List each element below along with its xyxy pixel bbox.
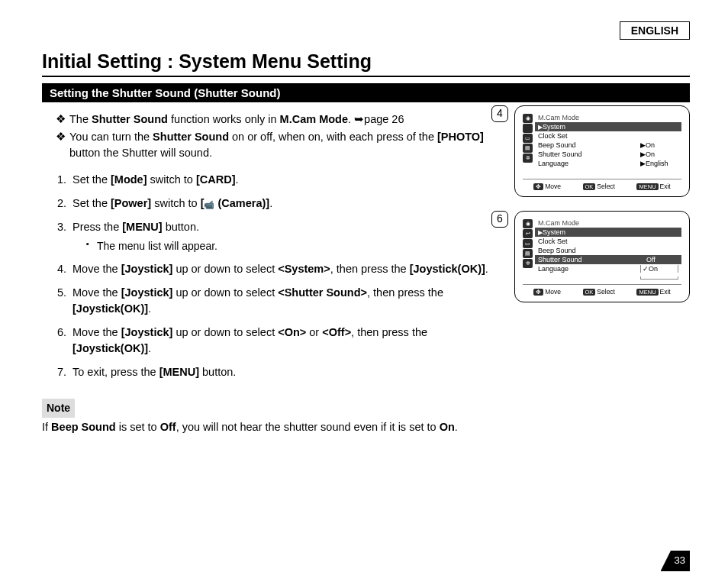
- screen-4-hint-bar: ✥Move OKSelect MENUExit: [523, 179, 681, 190]
- check-icon: ✓: [643, 265, 649, 273]
- section-heading: Setting the Shutter Sound (Shutter Sound…: [42, 83, 690, 102]
- screen-6-back-row: ▶System: [535, 228, 681, 237]
- step-3: Press the [MENU] button. The menu list w…: [69, 219, 505, 254]
- step-3-sub: The menu list will appear.: [86, 238, 505, 254]
- screen-4-row-clock: Clock Set: [535, 131, 681, 141]
- memory-icon: ▤: [523, 144, 533, 153]
- figure-4: 4 ◉ ▭ ▤ ✲ M.Cam Mode ▶System: [514, 105, 690, 197]
- note-label: Note: [42, 399, 75, 417]
- camera-mode-icon: ◉: [523, 219, 533, 228]
- camera-icon: 📹: [204, 200, 214, 209]
- screen-4-title: M.Cam Mode: [535, 114, 681, 122]
- screen-4-row-system: ▶System: [535, 122, 681, 131]
- body-text: The Shutter Sound function works only in…: [42, 110, 505, 435]
- figure-6: 6 ◉ ↩ ▭ ▤ ✲ M.Cam Mode ▶System: [514, 211, 690, 302]
- screen-6-row-clock: Clock Set: [535, 237, 681, 246]
- screen-6-title: M.Cam Mode: [535, 219, 681, 228]
- screen-4-row-language: Language▶English: [535, 159, 681, 168]
- screen-4-sidebar-icons: ◉ ▭ ▤ ✲: [523, 114, 535, 177]
- screen-6-row-shutter: Shutter SoundOff: [535, 255, 681, 264]
- screen-6-sidebar-icons: ◉ ↩ ▭ ▤ ✲: [523, 219, 535, 283]
- screen-6-row-beep: Beep Sound: [535, 246, 681, 255]
- menu-key-icon: MENU: [636, 183, 658, 190]
- ok-key-icon: OK: [583, 183, 596, 190]
- camera-mode-icon: ◉: [523, 114, 533, 123]
- tape-icon: ▭: [523, 134, 533, 143]
- back-icon: ↩: [523, 229, 533, 238]
- blank-icon: [523, 124, 533, 133]
- step-4: Move the [Joystick] up or down to select…: [69, 261, 505, 277]
- step-1: Set the [Mode] switch to [CARD].: [69, 172, 505, 188]
- steps-list: Set the [Mode] switch to [CARD]. Set the…: [42, 172, 505, 380]
- step-2: Set the [Power] switch to [📹 (Camera)].: [69, 196, 505, 212]
- note-text: If Beep Sound is set to Off, you will no…: [42, 419, 505, 435]
- intro-bullet-2: You can turn the Shutter Sound on or off…: [56, 129, 505, 161]
- ok-key-icon: OK: [583, 289, 596, 296]
- screen-4-row-shutter: Shutter Sound▶On: [535, 150, 681, 159]
- move-key-icon: ✥: [533, 183, 543, 190]
- figure-4-number: 4: [491, 105, 508, 122]
- screen-4-row-beep: Beep Sound▶On: [535, 141, 681, 150]
- step-7: To exit, press the [MENU] button.: [69, 364, 505, 380]
- figure-6-number: 6: [491, 211, 508, 228]
- settings-icon: ✲: [523, 259, 533, 268]
- move-key-icon: ✥: [533, 289, 543, 296]
- screen-4: ◉ ▭ ▤ ✲ M.Cam Mode ▶System Clock Set Bee…: [514, 105, 690, 197]
- page-number: 33: [661, 551, 690, 571]
- intro-bullet-1: The Shutter Sound function works only in…: [56, 112, 505, 128]
- page-title: Initial Setting : System Menu Setting: [42, 50, 690, 77]
- language-tag: ENGLISH: [620, 21, 690, 40]
- screen-6: ◉ ↩ ▭ ▤ ✲ M.Cam Mode ▶System Clock Set B…: [514, 211, 690, 302]
- screen-6-row-language: Language✓On: [535, 264, 681, 273]
- step-5: Move the [Joystick] up or down to select…: [69, 285, 505, 317]
- step-6: Move the [Joystick] up or down to select…: [69, 325, 505, 357]
- memory-icon: ▤: [523, 249, 533, 258]
- tape-icon: ▭: [523, 239, 533, 248]
- settings-icon: ✲: [523, 154, 533, 163]
- menu-key-icon: MENU: [636, 289, 658, 296]
- screen-6-hint-bar: ✥Move OKSelect MENUExit: [523, 284, 681, 296]
